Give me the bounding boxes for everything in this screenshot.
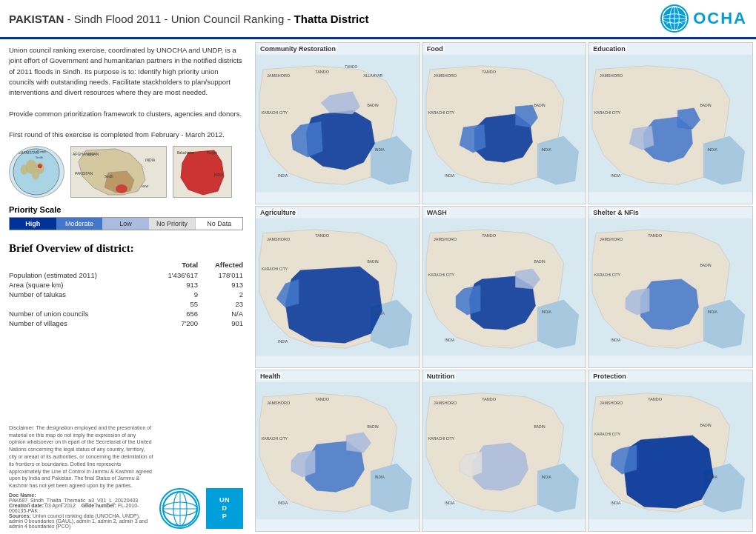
row-total: 913 [150, 280, 198, 290]
footer-section: Disclaimer: The designation employed and… [9, 424, 243, 529]
overview-title: Brief Overview of district: [9, 242, 243, 255]
map-label-community-restoration: Community Restoration [259, 45, 337, 53]
row-total: 9 [150, 290, 198, 299]
map-health: Health JAMSHORO TANDO BADIN KARACHI CITY… [255, 370, 420, 532]
map-label-food: Food [425, 45, 445, 53]
svg-text:KARACHI CITY: KARACHI CITY [262, 436, 288, 441]
svg-text:INDIA: INDIA [214, 173, 223, 177]
col-header-label [9, 261, 150, 270]
svg-text:INDIA: INDIA [278, 173, 288, 178]
svg-text:INDIA: INDIA [374, 147, 385, 152]
svg-text:INDIA: INDIA [708, 475, 718, 479]
svg-text:NEW: NEW [87, 153, 95, 156]
row-label: Number of villages [9, 318, 150, 328]
svg-text:INDIA: INDIA [708, 310, 718, 314]
un-emblem [660, 4, 689, 33]
svg-text:Sindh: Sindh [105, 175, 113, 178]
svg-text:INDIA: INDIA [541, 147, 551, 152]
svg-point-16 [116, 184, 127, 193]
table-row: Number of villages 7'200 901 [9, 318, 243, 328]
svg-text:BADIN: BADIN [367, 424, 379, 429]
svg-text:JAMSHORO: JAMSHORO [434, 73, 457, 78]
pakistan-regional-inset: AFGHANISTAN INDIA PAKISTAN Sindh NEW NEW [70, 146, 167, 198]
svg-text:AFGHANISTAN: AFGHANISTAN [13, 151, 39, 155]
scale-high: High [10, 218, 56, 230]
table-row: 55 23 [9, 299, 243, 309]
svg-text:TANDO: TANDO [649, 397, 663, 401]
svg-text:TANDO: TANDO [482, 233, 497, 238]
svg-text:PAKISTAN: PAKISTAN [75, 171, 93, 176]
table-row: Number of union councils 656 N/A [9, 309, 243, 318]
row-label: Number of union councils [9, 309, 150, 318]
svg-text:JAMSHORO: JAMSHORO [267, 237, 291, 241]
svg-text:INDIA: INDIA [445, 173, 455, 178]
overview-section: Brief Overview of district: Total Affect… [9, 242, 243, 328]
svg-text:JAMSHORO: JAMSHORO [600, 401, 623, 405]
disclaimer-text: Disclaimer: The designation employed and… [9, 424, 153, 490]
svg-text:KARACHI CITY: KARACHI CITY [594, 273, 621, 277]
svg-text:BADIN: BADIN [367, 103, 379, 107]
description-text: Union council ranking exercise, coordina… [9, 45, 243, 140]
map-protection: Protection JAMSHORO TANDO BADIN KARACHI … [588, 370, 753, 532]
svg-text:Baluchistan: Baluchistan [177, 151, 195, 155]
overview-table: Total Affected Population (estimated 201… [9, 261, 243, 328]
svg-text:BADIN: BADIN [700, 103, 712, 107]
left-panel: Union council ranking exercise, coordina… [0, 39, 252, 534]
row-label [9, 299, 150, 309]
priority-scale-title: Priority Scale [9, 205, 243, 214]
district-inset: Baluchistan Punjab INDIA [173, 146, 232, 198]
page-header: PAKISTAN - Sindh Flood 2011 - Union Coun… [0, 0, 756, 39]
svg-text:KARACHI CITY: KARACHI CITY [428, 436, 455, 441]
svg-text:ALLAHYAR: ALLAHYAR [363, 73, 382, 78]
map-agriculture: Agriculture JAMSHORO TANDO BADIN KARACHI… [255, 206, 420, 368]
svg-text:TANDO: TANDO [345, 64, 357, 69]
header-title: PAKISTAN - Sindh Flood 2011 - Union Coun… [9, 13, 368, 25]
scale-no-priority: No Priority [149, 218, 196, 230]
main-content: Union council ranking exercise, coordina… [0, 39, 756, 534]
row-label: Population (estimated 2011) [9, 270, 150, 280]
title-district: Thatta District [291, 13, 368, 25]
svg-text:TANDO: TANDO [482, 397, 497, 401]
undp-logo: UN D P [206, 488, 243, 529]
row-affected: 901 [198, 318, 243, 328]
row-affected: 178'011 [198, 270, 243, 280]
svg-text:TANDO: TANDO [315, 397, 330, 401]
svg-text:INDIA: INDIA [611, 338, 621, 342]
map-education: Education JAMSHORO BADIN KARACHI CITY IN… [588, 42, 753, 204]
svg-text:INDIA: INDIA [541, 310, 551, 314]
scale-no-data: No Data [195, 218, 242, 230]
globe-inset: AFGHANISTAN Punjab Sindh [9, 146, 64, 198]
map-label-nutrition: Nutrition [425, 373, 457, 380]
svg-text:KARACHI CITY: KARACHI CITY [262, 110, 288, 115]
inset-maps-row: AFGHANISTAN Punjab Sindh AFGHANISTAN IND… [9, 146, 243, 198]
row-affected: 913 [198, 280, 243, 290]
svg-text:BADIN: BADIN [700, 263, 712, 267]
svg-text:JAMSHORO: JAMSHORO [600, 73, 623, 78]
svg-text:INDIA: INDIA [374, 311, 385, 316]
map-label-protection: Protection [591, 373, 628, 380]
ocha-label: OCHA [693, 9, 747, 28]
scale-moderate: Moderate [56, 218, 103, 230]
doc-info: Doc Name: PAK687_Sindh_Thatta_Thematic_a… [9, 493, 153, 529]
map-nutrition: Nutrition JAMSHORO TANDO BADIN KARACHI C… [422, 370, 587, 532]
map-community-restoration: Community Restoration JAMSHORO TANDO TAN… [255, 42, 420, 204]
map-label-agriculture: Agriculture [259, 209, 297, 216]
svg-text:Sindh: Sindh [36, 156, 43, 159]
row-affected: N/A [198, 309, 243, 318]
row-total: 7'200 [150, 318, 198, 328]
table-row: Area (square km) 913 913 [9, 280, 243, 290]
svg-text:KARACHI CITY: KARACHI CITY [428, 273, 455, 277]
map-wash: WASH JAMSHORO TANDO BADIN KARACHI CITY I… [422, 206, 587, 368]
svg-text:TANDO: TANDO [649, 233, 663, 238]
svg-text:INDIA: INDIA [708, 147, 718, 152]
svg-text:BADIN: BADIN [367, 259, 379, 264]
priority-scale-section: Priority Scale High Moderate Low No Prio… [9, 205, 243, 230]
row-total: 656 [150, 309, 198, 318]
svg-text:INDIA: INDIA [541, 475, 551, 479]
maps-grid: Community Restoration JAMSHORO TANDO TAN… [252, 39, 756, 534]
row-total: 55 [150, 299, 198, 309]
row-affected: 2 [198, 290, 243, 299]
table-row: Population (estimated 2011) 1'436'617 17… [9, 270, 243, 280]
svg-text:JAMSHORO: JAMSHORO [434, 401, 457, 405]
svg-text:BADIN: BADIN [534, 424, 546, 429]
